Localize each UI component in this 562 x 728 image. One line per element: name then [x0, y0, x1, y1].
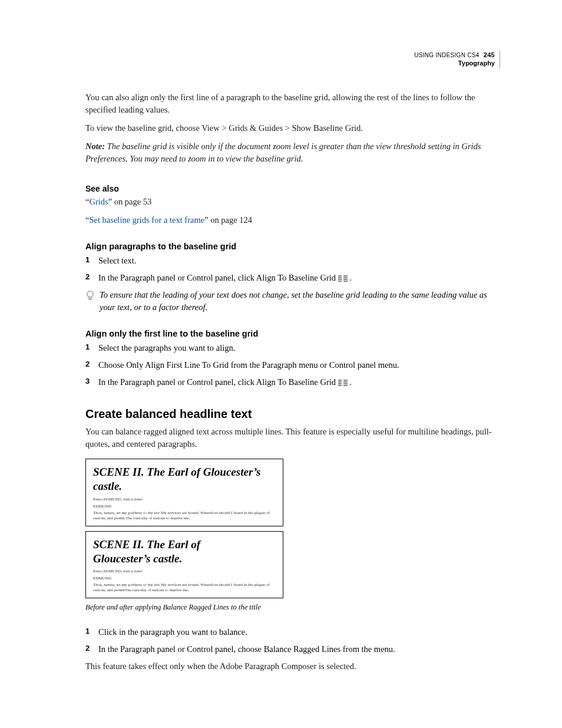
body-text: You can also align only the first line o… — [85, 91, 500, 116]
step-item: Choose Only Align First Line To Grid fro… — [85, 359, 500, 371]
body-text: To view the baseline grid, choose View >… — [85, 122, 500, 134]
figure-small-text: Enter EDMUND, with a letter — [93, 497, 276, 503]
see-also-heading: See also — [85, 184, 500, 193]
link-set-baseline-grids[interactable]: Set baseline grids for a text frame — [89, 215, 204, 225]
step-item: In the Paragraph panel or Control panel,… — [85, 643, 500, 655]
figure-small-text: EDMUND — [93, 576, 276, 581]
step-item: In the Paragraph panel or Control panel,… — [85, 272, 500, 284]
step-list: Select the paragraphs you want to align.… — [85, 342, 500, 388]
figure-title: SCENE II. The Earl of Gloucester’s castl… — [93, 538, 217, 566]
align-to-baseline-grid-icon — [338, 275, 348, 282]
subheading: Align paragraphs to the baseline grid — [85, 242, 500, 251]
step-item: Select text. — [85, 255, 500, 267]
figure-small-text: Thou, nature, art my goddess; to thy law… — [93, 582, 276, 593]
body-text: You can balance ragged aligned text acro… — [85, 426, 500, 450]
tip: To ensure that the leading of your text … — [85, 289, 500, 314]
figure-small-text: Enter EDMUND, with a letter — [93, 569, 276, 575]
figure: SCENE II. The Earl of Gloucester’s castl… — [85, 459, 500, 612]
svg-point-8 — [87, 291, 93, 297]
figure-caption: Before and after applying Balance Ragged… — [85, 603, 500, 612]
body-text: This feature takes effect only when the … — [85, 660, 500, 673]
note-label: Note: — [85, 141, 105, 151]
figure-title: SCENE II. The Earl of Gloucester’s castl… — [93, 465, 276, 493]
see-also-item: “Grids” on page 53 — [85, 196, 500, 208]
doc-title: USING INDESIGN CS4 — [414, 52, 479, 58]
step-list: Click in the paragraph you want to balan… — [85, 626, 500, 655]
figure-small-text: EDMUND — [93, 504, 276, 509]
page-number: 245 — [481, 51, 495, 58]
figure-box-after: SCENE II. The Earl of Gloucester’s castl… — [85, 531, 283, 599]
step-item: Click in the paragraph you want to balan… — [85, 626, 500, 638]
link-grids[interactable]: Grids — [89, 197, 108, 206]
tip-text: To ensure that the leading of your text … — [100, 289, 500, 314]
step-list: Select text. In the Paragraph panel or C… — [85, 255, 500, 284]
subheading: Align only the first line to the baselin… — [85, 329, 500, 338]
section-heading: Create balanced headline text — [85, 407, 500, 421]
note-body: The baseline grid is visible only if the… — [85, 141, 481, 163]
see-also-item: “Set baseline grids for a text frame” on… — [85, 214, 500, 226]
page-header: USING INDESIGN CS4 245 Typography — [414, 51, 500, 68]
align-to-baseline-grid-icon — [338, 380, 348, 386]
page-content: You can also align only the first line o… — [85, 50, 500, 728]
figure-box-before: SCENE II. The Earl of Gloucester’s castl… — [85, 459, 283, 526]
figure-small-text: Thou, nature, art my goddess; to thy law… — [93, 510, 276, 521]
note-text: Note: The baseline grid is visible only … — [85, 140, 500, 165]
lightbulb-icon — [85, 290, 95, 302]
step-item: Select the paragraphs you want to align. — [85, 342, 500, 354]
chapter-title: Typography — [414, 59, 495, 67]
step-item: In the Paragraph panel or Control panel,… — [85, 376, 500, 388]
